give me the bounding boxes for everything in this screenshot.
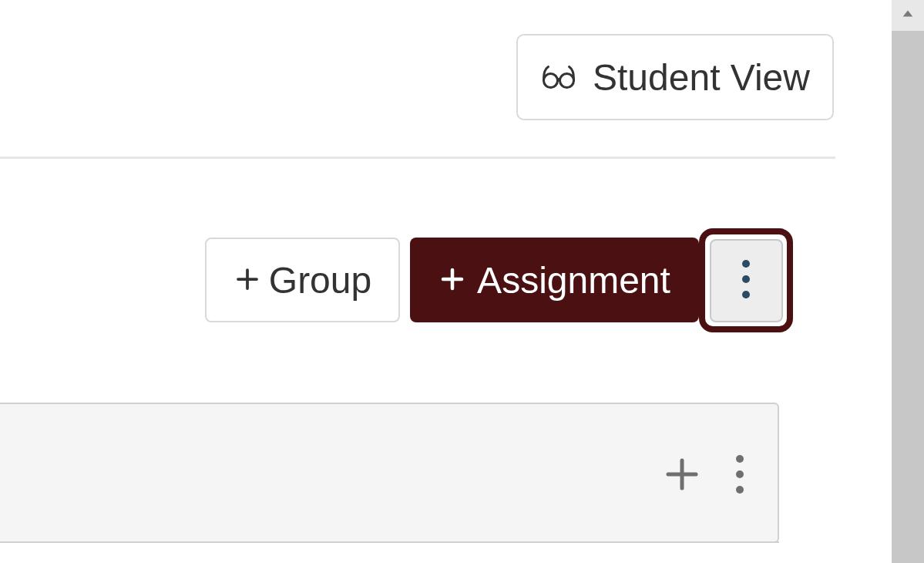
header-divider — [0, 157, 835, 159]
panel-bottom — [0, 541, 779, 563]
add-assignment-label: Assignment — [477, 259, 670, 302]
svg-point-7 — [742, 275, 750, 283]
plus-icon — [664, 456, 701, 495]
add-group-label: Group — [269, 259, 371, 302]
student-view-label: Student View — [593, 56, 810, 99]
arrow-up-icon — [901, 7, 915, 24]
add-assignment-button[interactable]: Assignment — [410, 238, 699, 322]
svg-marker-14 — [903, 11, 913, 17]
kebab-icon — [734, 453, 745, 497]
panel-actions — [664, 453, 745, 497]
more-options-button[interactable] — [710, 239, 783, 322]
panel-add-button[interactable] — [664, 456, 701, 495]
student-view-button[interactable]: Student View — [516, 34, 834, 120]
plus-icon — [438, 265, 466, 295]
plus-icon — [234, 265, 261, 295]
svg-point-6 — [742, 260, 750, 268]
svg-point-0 — [544, 74, 558, 88]
panel-more-options-button[interactable] — [734, 453, 745, 497]
scrollbar-thumb[interactable] — [892, 31, 924, 563]
scrollbar-arrow-up-button[interactable] — [892, 0, 924, 31]
kebab-icon — [740, 258, 752, 303]
content-area: Student View Group Assignment — [0, 0, 892, 563]
glasses-icon — [540, 59, 577, 96]
svg-point-11 — [736, 455, 744, 463]
svg-point-13 — [736, 486, 744, 494]
more-options-highlight — [699, 228, 793, 332]
svg-point-12 — [736, 470, 744, 478]
svg-point-8 — [742, 291, 750, 298]
vertical-scrollbar-track[interactable] — [892, 0, 924, 563]
add-group-button[interactable]: Group — [205, 238, 400, 322]
assignment-group-panel — [0, 403, 779, 543]
svg-point-1 — [560, 74, 574, 88]
